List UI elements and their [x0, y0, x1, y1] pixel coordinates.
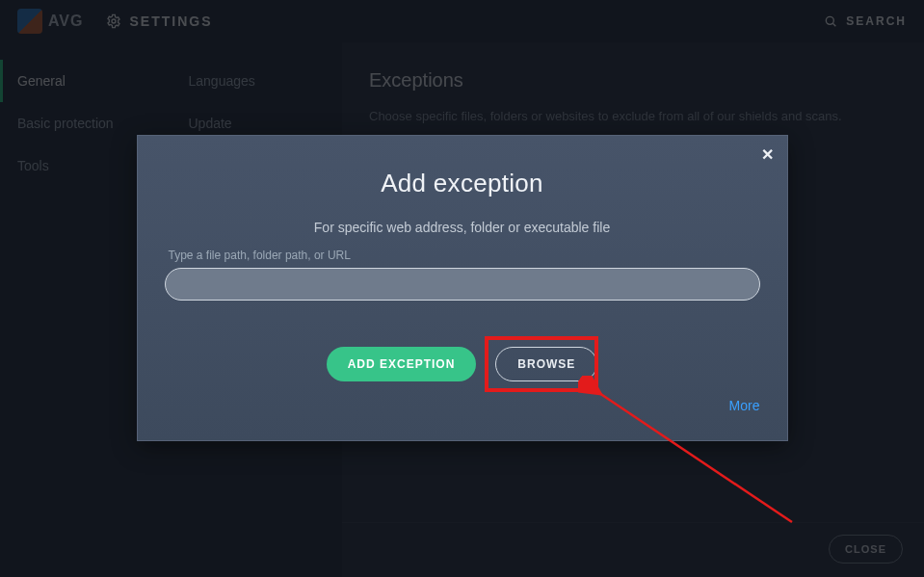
exception-path-input[interactable]	[165, 268, 760, 301]
dialog-title: Add exception	[165, 169, 760, 198]
close-dialog-button[interactable]: ✕	[761, 145, 774, 164]
button-label: BROWSE	[517, 357, 575, 371]
browse-button[interactable]: BROWSE	[495, 347, 597, 381]
input-label: Type a file path, folder path, or URL	[169, 249, 760, 262]
more-link[interactable]: More	[729, 398, 760, 413]
close-icon: ✕	[761, 146, 774, 163]
link-label: More	[729, 398, 760, 413]
add-exception-dialog: ✕ Add exception For specific web address…	[137, 135, 788, 441]
dialog-subtitle: For specific web address, folder or exec…	[165, 220, 760, 235]
modal-layer: ✕ Add exception For specific web address…	[0, 0, 924, 577]
add-exception-button[interactable]: ADD EXCEPTION	[327, 347, 477, 381]
button-label: ADD EXCEPTION	[348, 357, 456, 371]
dialog-button-row: ADD EXCEPTION BROWSE	[165, 347, 760, 381]
